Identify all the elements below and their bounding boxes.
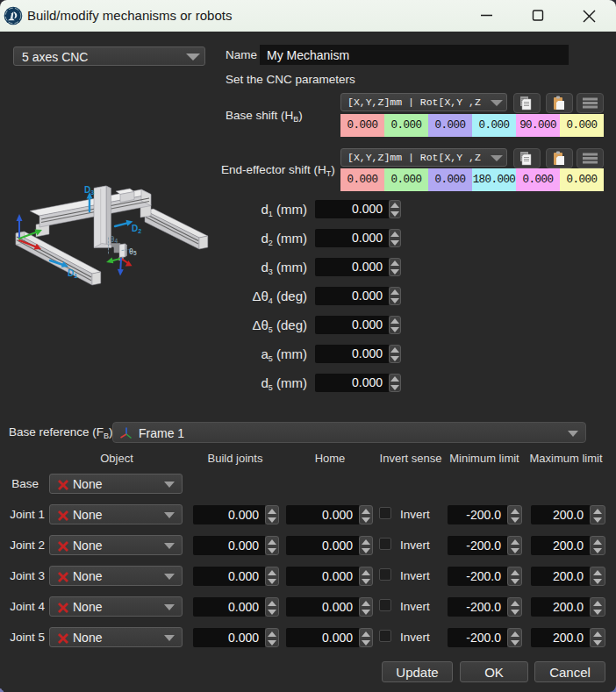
svg-text:θ4: θ4 <box>111 235 118 245</box>
svg-text:D2: D2 <box>132 224 141 234</box>
svg-text:D3: D3 <box>84 185 94 196</box>
svg-text:θ5: θ5 <box>129 247 137 257</box>
